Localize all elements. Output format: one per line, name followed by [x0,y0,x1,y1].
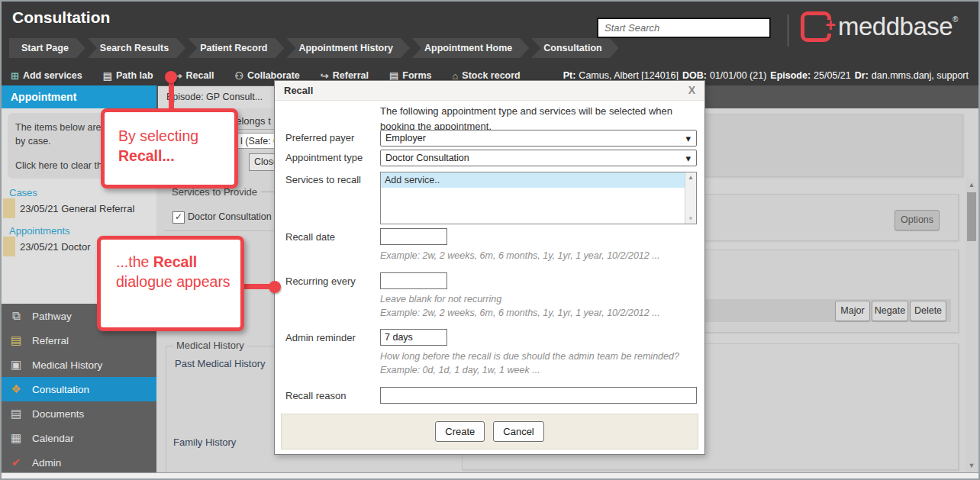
services-to-recall-label: Services to recall [285,174,361,185]
major-button[interactable]: Major [835,301,870,321]
bottom-scroll-strip[interactable] [2,472,978,478]
pathway-icon: ⧉ [8,309,24,323]
doctor-consultation-checkbox-label: Doctor Consultation [188,211,272,222]
close-icon[interactable]: X [688,84,695,96]
admin-check-icon: ✔ [8,456,24,469]
admin-reminder-input[interactable] [380,329,447,346]
recall-dialog-title: Recall [284,85,313,96]
past-medical-history-label[interactable]: Past Medical History [175,358,265,369]
callout-2-line-2: dialogue appears [116,273,230,290]
sidebar-appointment-item[interactable]: 23/05/21 Doctor [3,237,91,256]
cancel-button[interactable]: Cancel [493,421,543,442]
options-button[interactable]: Options [895,210,940,230]
menu-label: Pathway [32,311,72,322]
appointment-type-select[interactable]: Doctor Consultation▾ [380,150,697,166]
appointment-type-value: Doctor Consultation [385,153,469,163]
scrollbar-thumb[interactable] [967,192,976,241]
toolbar-label: Path lab [116,70,153,81]
breadcrumb-start-page[interactable]: Start Page [9,38,85,58]
toolbar-label: Forms [402,70,431,81]
episode-value: 25/05/21 [814,70,851,81]
add-services-icon: ⊞ [11,70,19,82]
menu-label: Documents [32,408,84,420]
recall-reason-label: Recall reason [285,390,347,401]
toolbar-label: Stock record [462,70,520,81]
callout-2-pre: ...the [116,253,153,270]
callout-recall-dialogue-appears: ...the Recall dialogue appears [97,236,244,331]
sidebar-case-item[interactable]: 23/05/21 General Referral [3,198,134,218]
case-marker [3,198,15,218]
sidebar-item-referral[interactable]: ▤Referral [2,328,156,353]
scroll-up-arrow[interactable]: ▲ [965,181,978,188]
breadcrumb: Start Page Search Results Patient Record… [9,38,621,58]
breadcrumb-search-results[interactable]: Search Results [88,38,185,58]
toolbar-recall[interactable]: ↪Recall [174,70,214,82]
sidebar-appointment-header: Appointment [2,85,156,108]
breadcrumb-consultation[interactable]: Consultation [531,38,618,58]
listbox-scroll-up-icon[interactable]: ▲ [685,174,696,181]
sidebar-cases-heading[interactable]: Cases [9,187,37,198]
services-to-recall-listbox[interactable]: Add service.. ▲ ▼ [380,172,697,224]
toolbar-label: Referral [333,70,369,81]
episode-tab[interactable]: Episode: GP Consult... [158,86,286,108]
listbox-scrollbar[interactable]: ▲ ▼ [685,172,696,224]
breadcrumb-patient-record[interactable]: Patient Record [188,38,284,58]
chevron-down-icon: ▾ [685,131,691,147]
chevron-down-icon: ▾ [685,151,691,166]
toolbar-path-lab[interactable]: ▤Path lab [103,70,153,82]
family-history-label[interactable]: Family History [173,437,236,448]
info-line-2: by case. [15,136,51,147]
vertical-scrollbar[interactable]: ▲ ▼ [965,179,978,472]
recall-reason-input[interactable] [380,387,697,404]
breadcrumb-appointment-history[interactable]: Appointment History [286,38,410,58]
toolbar-label: Collaborate [247,70,300,81]
path-lab-icon: ▤ [103,70,112,82]
menu-label: Referral [32,335,69,346]
preferred-payer-value: Employer [385,133,426,143]
sidebar-item-calendar[interactable]: ▦Calendar [2,426,156,450]
medical-history-icon: ▣ [8,358,24,372]
recall-dialog-titlebar: Recall X [275,81,704,101]
callout-by-selecting-recall: By selecting Recall... [101,108,238,188]
callout-2-bold: Recall [153,253,197,270]
recall-date-hint: Example: 2w, 2 weeks, 6m, 6 months, 1y, … [380,250,660,261]
sidebar-item-documents[interactable]: ▤Documents [2,401,156,426]
recall-dialog-footer: Create Cancel [281,414,698,449]
meddbase-logo-text: meddbase® [838,12,958,41]
menu-label: Calendar [32,433,74,444]
search-input[interactable] [597,18,771,38]
meddbase-logo: meddbase® [801,11,958,42]
brand-registered-mark: ® [953,15,958,24]
callout-1-line-2: Recall... [118,147,175,164]
negate-button[interactable]: Negate [872,301,908,321]
add-service-option[interactable]: Add service.. [381,172,685,188]
recall-date-input[interactable] [380,228,447,245]
create-button[interactable]: Create [435,421,485,442]
sidebar-appointments-heading[interactable]: Appointments [9,225,70,237]
listbox-scroll-down-icon[interactable]: ▼ [685,215,696,222]
dob-label: DOB: [682,70,707,81]
recurring-hint-1: Leave blank for not recurring [380,294,501,304]
collaborate-icon: ⚇ [234,70,243,82]
admin-reminder-hint-1: How long before the recall is due should… [380,351,679,362]
toolbar-add-services[interactable]: ⊞Add services [11,70,82,82]
recurring-every-input[interactable] [380,272,447,289]
recall-dialog: Recall X The following appointment type … [274,80,705,455]
delete-button[interactable]: Delete [910,301,946,321]
breadcrumb-appointment-home[interactable]: Appointment Home [412,38,529,58]
admin-reminder-label: Admin reminder [285,332,356,343]
preferred-payer-select[interactable]: Employer▾ [380,130,697,147]
patient-value: Camus, Albert [124016] [579,70,679,81]
dr-label: Dr: [855,70,869,81]
recurring-hint-2: Example: 2w, 2 weeks, 6m, 6 months, 1y, … [380,308,660,318]
doctor-consultation-checkbox[interactable]: ✓ [172,211,185,224]
scroll-down-arrow[interactable]: ▼ [965,462,978,469]
sidebar-item-medical-history[interactable]: ▣Medical History [2,353,156,377]
documents-icon: ▤ [8,407,24,420]
sidebar-item-admin[interactable]: ✔Admin [2,450,156,475]
sidebar-item-consultation[interactable]: ❖Consultation [2,377,156,401]
app-window: Consultation Start Page Search Results P… [0,0,980,480]
case-item-label: 23/05/21 General Referral [20,203,134,214]
safe-field: l (Safe: G [237,133,276,149]
toolbar-label: Recall [186,70,214,81]
